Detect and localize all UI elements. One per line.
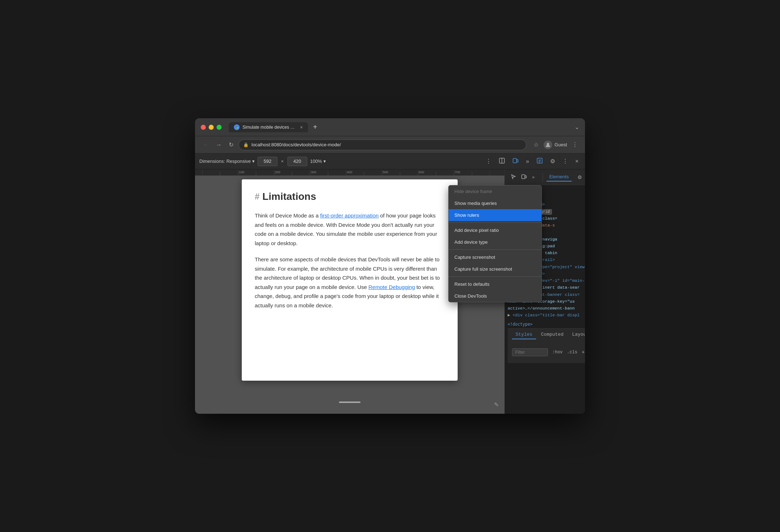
- main-area: 100 200 300 400 500 600 700 # Li: [195, 169, 585, 414]
- filter-input[interactable]: [512, 348, 548, 356]
- zoom-arrow: ▾: [323, 159, 326, 164]
- svg-rect-35: [522, 175, 525, 179]
- cls-button[interactable]: .cls: [567, 350, 577, 355]
- browser-tab[interactable]: Simulate mobile devices with D ×: [229, 122, 308, 132]
- tab-title: Simulate mobile devices with D: [242, 125, 297, 130]
- dropdown-separator-1: [449, 223, 541, 223]
- nav-right-icons: ☆ Guest ⋮: [532, 140, 579, 150]
- title-bar: Simulate mobile devices with D × + ⌄: [195, 118, 585, 136]
- heading-text: Limitations: [262, 191, 316, 202]
- svg-text:600: 600: [419, 170, 424, 174]
- bottom-tabs: Styles Computed Layout »: [508, 329, 585, 341]
- nav-user[interactable]: Guest: [544, 141, 567, 149]
- more-options-button[interactable]: ⋮: [484, 156, 494, 166]
- svg-text:500: 500: [383, 170, 388, 174]
- dropdown-item-show-rulers[interactable]: Show rulers: [449, 209, 541, 221]
- tab-close-button[interactable]: ×: [300, 124, 303, 130]
- remote-debugging-link[interactable]: Remote Debugging: [368, 284, 415, 290]
- hov-button[interactable]: :hov: [552, 350, 563, 355]
- device-frame: # Limitations Think of Device Mode as a …: [242, 179, 458, 381]
- dom-line-18[interactable]: ▶ <div class="title-bar displ: [508, 312, 585, 318]
- svg-text:200: 200: [275, 170, 280, 174]
- device-mode-button[interactable]: [510, 156, 521, 167]
- chrome-menu-button[interactable]: ⋮: [571, 140, 579, 150]
- width-input[interactable]: [258, 157, 277, 166]
- close-traffic-light[interactable]: [201, 125, 206, 130]
- tab-bar: Simulate mobile devices with D × +: [229, 122, 570, 132]
- bookmark-button[interactable]: ☆: [532, 140, 540, 150]
- elements-panel-button[interactable]: [534, 156, 545, 167]
- new-tab-button[interactable]: +: [311, 122, 319, 132]
- more-panels-button[interactable]: »: [524, 157, 531, 166]
- svg-text:700: 700: [455, 170, 460, 174]
- devtools-more-button[interactable]: ⋮: [560, 156, 570, 166]
- tab-computed[interactable]: Computed: [538, 330, 567, 339]
- device-toolbar: Dimensions: Responsive ▾ × 100% ▾ ⋮ »: [195, 153, 585, 169]
- dropdown-item-capture-full-screenshot[interactable]: Capture full size screenshot: [449, 263, 541, 275]
- ruler-svg: 100 200 300 400 500 600 700: [202, 169, 490, 175]
- minimize-traffic-light[interactable]: [209, 125, 214, 130]
- window-controls: ⌄: [575, 124, 579, 130]
- svg-rect-36: [525, 176, 526, 178]
- ruler-marks: 100 200 300 400 500 600 700: [195, 169, 490, 175]
- first-order-link[interactable]: first-order approximation: [320, 212, 379, 219]
- devtools-bottom: Styles Computed Layout » :hov .cls + ⊟ ◁: [508, 328, 585, 363]
- user-avatar: [544, 141, 552, 149]
- inspect-element-button[interactable]: [509, 172, 518, 182]
- inspect-button[interactable]: [496, 156, 507, 167]
- svg-rect-6: [537, 158, 542, 163]
- elements-tab[interactable]: Elements: [547, 173, 572, 182]
- refresh-button[interactable]: ↻: [227, 140, 236, 150]
- svg-rect-4: [513, 159, 517, 163]
- dropdown-item-add-device-type[interactable]: Add device type: [449, 236, 541, 248]
- para1-before-link: Think of Device Mode as a: [255, 212, 320, 219]
- styles-area: :hov .cls + ⊟ ◁: [508, 341, 585, 363]
- dimensions-arrow: ▾: [252, 159, 255, 164]
- devtools-header: » Elements ⚙ ⋮ ×: [505, 169, 585, 185]
- dimensions-label: Dimensions: Responsive: [199, 159, 251, 164]
- nav-bar: ← → ↻ 🔒 localhost:8080/docs/devtools/dev…: [195, 136, 585, 153]
- user-label: Guest: [554, 142, 567, 147]
- tab-favicon: [234, 124, 240, 130]
- ruler-top: 100 200 300 400 500 600 700: [195, 169, 504, 176]
- address-bar[interactable]: 🔒 localhost:8080/docs/devtools/device-mo…: [239, 139, 526, 150]
- dropdown-separator-3: [449, 276, 541, 277]
- dropdown-separator-2: [449, 249, 541, 250]
- hash-symbol: #: [255, 192, 259, 202]
- close-devtools-button[interactable]: ×: [573, 157, 581, 166]
- svg-text:400: 400: [347, 170, 352, 174]
- traffic-lights: [201, 125, 222, 130]
- more-tools-button[interactable]: »: [531, 173, 536, 181]
- dropdown-item-close-devtools[interactable]: Close DevTools: [449, 290, 541, 302]
- zoom-label: 100%: [310, 159, 322, 164]
- dropdown-item-reset-defaults[interactable]: Reset to defaults: [449, 278, 541, 290]
- devtools-settings-button[interactable]: ⚙: [576, 173, 584, 182]
- tab-styles[interactable]: Styles: [512, 330, 536, 339]
- page-heading: # Limitations: [255, 191, 445, 202]
- tab-layout[interactable]: Layout: [568, 330, 585, 339]
- height-input[interactable]: [287, 157, 307, 166]
- back-button[interactable]: ←: [201, 140, 211, 150]
- zoom-select[interactable]: 100% ▾: [310, 159, 326, 164]
- page-divider: [339, 402, 360, 403]
- doctype-line: <!doctype>: [508, 322, 585, 327]
- dom-line-17: active>…</announcement-bann: [508, 305, 585, 312]
- dimensions-select[interactable]: Dimensions: Responsive ▾: [199, 159, 255, 164]
- browser-window: Simulate mobile devices with D × + ⌄ ← →…: [195, 118, 585, 414]
- edit-icon: ✎: [494, 401, 499, 408]
- dropdown-item-capture-screenshot[interactable]: Capture screenshot: [449, 251, 541, 263]
- add-style-rule-button[interactable]: +: [582, 349, 585, 355]
- address-text: localhost:8080/docs/devtools/device-mode…: [251, 142, 522, 147]
- svg-rect-5: [517, 160, 518, 162]
- maximize-traffic-light[interactable]: [217, 125, 222, 130]
- paragraph-1: Think of Device Mode as a first-order ap…: [255, 211, 445, 248]
- settings-button[interactable]: ⚙: [548, 156, 557, 166]
- dimension-separator: ×: [281, 159, 284, 164]
- forward-button[interactable]: →: [214, 140, 224, 150]
- dropdown-item-add-pixel-ratio[interactable]: Add device pixel ratio: [449, 224, 541, 236]
- page-content: # Limitations Think of Device Mode as a …: [255, 191, 445, 310]
- device-toggle-button[interactable]: [520, 172, 529, 182]
- dropdown-item-hide-device-frame[interactable]: Hide device frame: [449, 185, 541, 197]
- dropdown-item-show-media-queries[interactable]: Show media queries: [449, 197, 541, 209]
- dropdown-menu: Hide device frame Show media queries Sho…: [448, 185, 542, 302]
